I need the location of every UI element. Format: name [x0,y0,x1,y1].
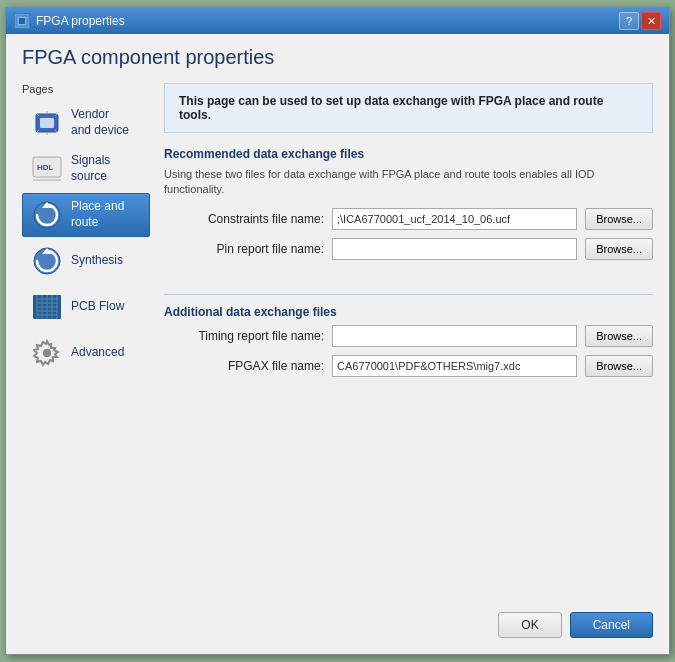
pin-report-browse-button[interactable]: Browse... [585,238,653,260]
timing-report-field-row: Timing report file name: Browse... [164,325,653,347]
sidebar-item-label-synthesis: Synthesis [71,253,123,269]
pin-report-field-row: Pin report file name: Browse... [164,238,653,260]
timing-report-label: Timing report file name: [164,329,324,343]
ok-button[interactable]: OK [498,612,561,638]
title-controls: ? ✕ [619,12,661,30]
sidebar-item-label-pcb: PCB Flow [71,299,124,315]
sidebar-label: Pages [22,83,150,95]
title-bar-left: FPGA properties [14,13,125,29]
fpgax-field-row: FPGAX file name: Browse... [164,355,653,377]
constraints-browse-button[interactable]: Browse... [585,208,653,230]
route-icon [31,199,63,231]
pin-report-label: Pin report file name: [164,242,324,256]
sidebar-item-label-place: Place and route [71,199,141,230]
main-window: FPGA properties ? ✕ FPGA component prope… [5,7,670,655]
constraints-input[interactable] [332,208,577,230]
cancel-button[interactable]: Cancel [570,612,653,638]
fpgax-label: FPGAX file name: [164,359,324,373]
gear-icon [31,337,63,369]
hdl-icon: HDL [31,153,63,185]
main-body: Pages [22,83,653,642]
timing-report-input[interactable] [332,325,577,347]
svg-rect-3 [40,118,54,128]
window-icon [14,13,30,29]
additional-section: Additional data exchange files Timing re… [164,305,653,385]
close-button[interactable]: ✕ [641,12,661,30]
sidebar-item-synthesis[interactable]: Synthesis [22,239,150,283]
constraints-field-row: Constraints file name: Browse... [164,208,653,230]
timing-report-browse-button[interactable]: Browse... [585,325,653,347]
section-description: This page can be used to set up data exc… [164,83,653,133]
content-area: FPGA component properties Pages [6,34,669,654]
sidebar-item-label-signals: Signals source [71,153,141,184]
sidebar: Pages [22,83,150,642]
chip-icon [31,107,63,139]
title-bar: FPGA properties ? ✕ [6,8,669,34]
sidebar-item-vendor-device[interactable]: Vendorand device [22,101,150,145]
svg-text:HDL: HDL [37,163,54,172]
right-panel: This page can be used to set up data exc… [164,83,653,642]
footer: OK Cancel [164,602,653,642]
sidebar-item-pcb-flow[interactable]: PCB Flow [22,285,150,329]
sidebar-item-place-and-route[interactable]: Place and route [22,193,150,237]
sidebar-item-advanced[interactable]: Advanced [22,331,150,375]
recommended-section: Recommended data exchange files Using th… [164,147,653,268]
recommended-title: Recommended data exchange files [164,147,653,161]
pcb-icon [31,291,63,323]
fpgax-browse-button[interactable]: Browse... [585,355,653,377]
synthesis-icon [31,245,63,277]
sidebar-item-label-vendor: Vendorand device [71,107,129,138]
section-divider [164,294,653,295]
sidebar-item-signals-source[interactable]: HDL Signals source [22,147,150,191]
help-button[interactable]: ? [619,12,639,30]
page-title: FPGA component properties [22,46,653,69]
svg-point-29 [43,349,51,357]
constraints-label: Constraints file name: [164,212,324,226]
pin-report-input[interactable] [332,238,577,260]
svg-rect-1 [19,18,25,24]
fpgax-input[interactable] [332,355,577,377]
window-title: FPGA properties [36,14,125,28]
sidebar-item-label-advanced: Advanced [71,345,124,361]
recommended-note: Using these two files for data exchange … [164,167,653,198]
additional-title: Additional data exchange files [164,305,653,319]
